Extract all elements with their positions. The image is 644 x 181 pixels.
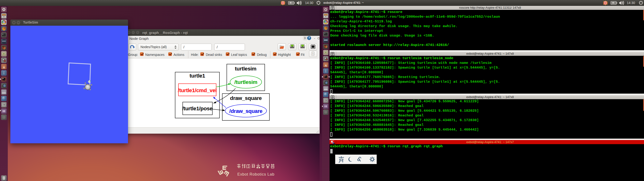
svg-text:/turtle1/cmd_vel: /turtle1/cmd_vel xyxy=(178,88,217,93)
svg-text:/turtle1/pose: /turtle1/pose xyxy=(182,106,212,112)
svg-text:draw_square: draw_square xyxy=(230,95,262,101)
svg-text:turtlesim: turtlesim xyxy=(235,66,256,72)
svg-text:/draw_square: /draw_square xyxy=(229,108,262,114)
svg-text:/turtlesim: /turtlesim xyxy=(234,79,257,85)
svg-text:turtle1: turtle1 xyxy=(190,73,205,79)
svg-text:Exbot Robotics Lab: Exbot Robotics Lab xyxy=(237,172,274,176)
